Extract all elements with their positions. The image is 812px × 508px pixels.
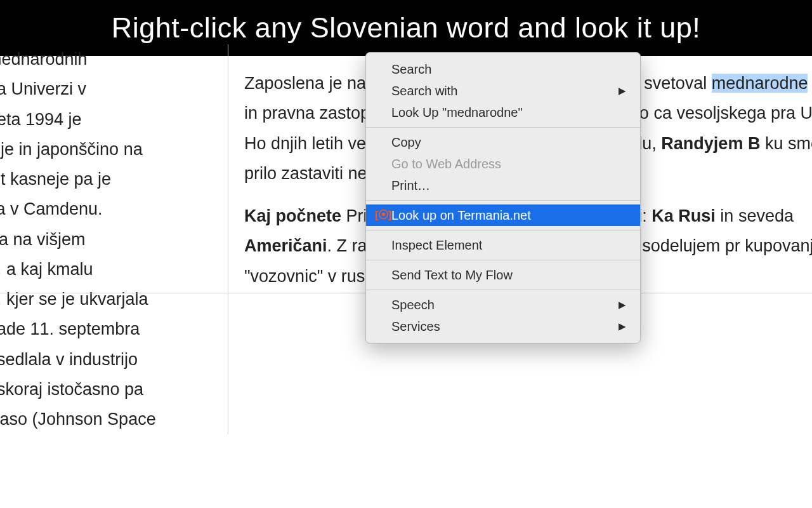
- menu-label: Inspect Element: [391, 238, 626, 253]
- menu-label: Services: [391, 319, 619, 334]
- menu-separator: [366, 230, 640, 231]
- menu-item-go-to-address: Go to Web Address: [366, 153, 640, 175]
- termania-extension-icon: [⦿]: [375, 209, 389, 222]
- bold-text: Američani: [244, 236, 327, 255]
- text-fragment: in seveda: [716, 206, 794, 225]
- chevron-right-icon: ▶: [619, 85, 626, 97]
- menu-item-speech[interactable]: Speech ▶: [366, 294, 640, 316]
- menu-label: Go to Web Address: [391, 157, 626, 171]
- menu-label: Look up on Termania.net: [391, 208, 626, 223]
- menu-item-look-up[interactable]: Look Up "mednarodne": [366, 102, 640, 123]
- menu-item-termania-lookup[interactable]: [⦿] Look up on Termania.net: [366, 204, 640, 226]
- chevron-right-icon: ▶: [619, 321, 626, 332]
- menu-item-print[interactable]: Print…: [366, 175, 640, 196]
- menu-label: Speech: [391, 298, 619, 312]
- chevron-right-icon: ▶: [619, 299, 626, 311]
- selected-word[interactable]: mednarodne: [712, 74, 808, 93]
- menu-label: Copy: [391, 135, 626, 150]
- bold-text: Ka: [652, 206, 674, 225]
- menu-item-search[interactable]: Search: [366, 58, 640, 80]
- menu-item-copy[interactable]: Copy: [366, 131, 640, 153]
- menu-separator: [366, 290, 640, 290]
- menu-item-inspect-element[interactable]: Inspect Element: [366, 234, 640, 256]
- menu-label: Send Text to My Flow: [391, 268, 626, 283]
- left-column-text: mednarodnih na Univerzi v Leta 1994 je d…: [0, 44, 228, 434]
- menu-item-send-to-flow[interactable]: Send Text to My Flow: [366, 264, 640, 286]
- bold-text: Rusi: [678, 206, 716, 225]
- menu-separator: [366, 127, 640, 128]
- menu-label: Search with: [391, 84, 619, 98]
- menu-item-services[interactable]: Services ▶: [366, 316, 640, 337]
- menu-label: Look Up "mednarodne": [391, 105, 626, 120]
- menu-separator: [366, 260, 640, 260]
- menu-label: Search: [391, 62, 626, 77]
- menu-item-search-with[interactable]: Search with ▶: [366, 80, 640, 102]
- menu-label: Print…: [391, 178, 626, 193]
- menu-separator: [366, 200, 640, 201]
- context-menu: Search Search with ▶ Look Up "mednarodne…: [365, 52, 641, 344]
- bold-name: Randyjem B: [661, 134, 760, 153]
- question-heading: Kaj počnete: [244, 206, 341, 225]
